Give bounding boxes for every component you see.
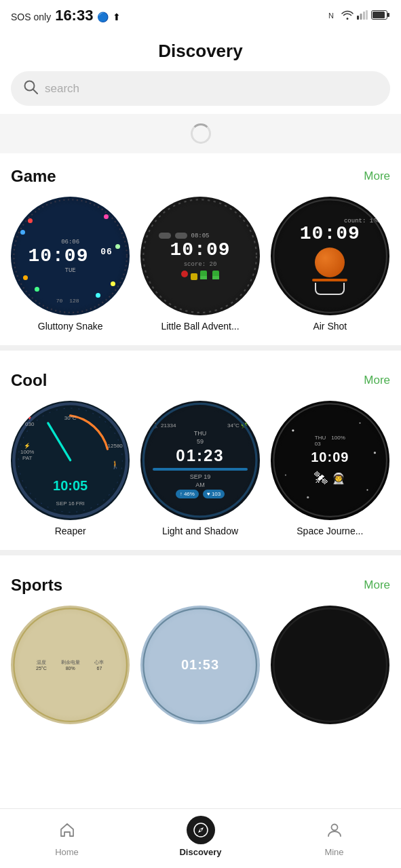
svg-point-12	[273, 199, 387, 313]
svg-point-17	[273, 404, 387, 517]
home-icon	[58, 821, 76, 839]
nav-discovery[interactable]: Discovery	[134, 816, 267, 857]
svg-point-26	[273, 608, 387, 722]
reaper-face-wrap: ♥ 030 ✉ 12580 30°C ⚡ 100% PA	[11, 401, 130, 519]
nav-home-label: Home	[55, 847, 79, 857]
svg-rect-6	[387, 13, 389, 17]
shield-icon: 🔵	[97, 12, 109, 22]
search-bar[interactable]: search	[11, 71, 390, 106]
r-temp: 30°C	[64, 415, 77, 421]
sports-watch-2-image: 01:53	[140, 606, 259, 724]
game-watch-2-image: 08:05 10:09 score: 20	[140, 197, 259, 315]
svg-point-18	[292, 430, 294, 432]
bottom-nav: Home Discovery Mine	[0, 808, 401, 868]
cool-card-3[interactable]: THU 03 100% 10:09 🛰 👨‍🚀 Space Journe...	[271, 401, 389, 536]
game-cards-row: 06:06 10:09 06 TUE 70 128 G	[11, 197, 390, 332]
home-icon-wrap	[53, 816, 81, 844]
r-heart: ♥ 030	[25, 415, 34, 427]
loading-spinner	[191, 123, 211, 144]
nav-home[interactable]: Home	[0, 816, 134, 857]
game-card-1-label: Gluttony Snake	[38, 321, 103, 332]
game-card-3-label: Air Shot	[313, 321, 347, 332]
status-time: 16:33	[55, 7, 93, 24]
nav-mine-label: Mine	[324, 847, 343, 857]
signal-icon	[357, 10, 368, 22]
svg-point-23	[366, 490, 368, 491]
svg-point-28	[199, 829, 202, 831]
search-placeholder: search	[45, 82, 79, 96]
cool-watch-1-image: ♥ 030 ✉ 12580 30°C ⚡ 100% PA	[11, 401, 130, 519]
game-section-title: Game	[11, 167, 56, 186]
svg-point-29	[331, 825, 337, 831]
r-date: SEP 16 FRI	[56, 500, 85, 507]
game-section-header: Game More	[11, 167, 390, 186]
svg-line-15	[48, 423, 71, 460]
status-bar: SOS only 16:33 🔵 ⬆ N	[0, 0, 401, 28]
svg-point-19	[359, 422, 360, 424]
divider-1	[0, 345, 401, 351]
nav-mine[interactable]: Mine	[267, 816, 401, 857]
svg-point-16	[144, 404, 257, 517]
svg-rect-4	[366, 10, 368, 20]
cool-card-3-label: Space Journe...	[297, 526, 363, 536]
cool-card-2-label: Light and Shadow	[162, 526, 238, 536]
sports-section-header: Sports More	[11, 576, 390, 595]
upload-icon: ⬆	[113, 12, 121, 22]
game-section: Game More 06:06 10:09 06	[0, 153, 401, 338]
game-watch-3-image: count: 160 10:09	[271, 197, 389, 315]
cool-more-button[interactable]: More	[364, 374, 390, 387]
sos-text: SOS only	[11, 12, 51, 22]
svg-point-11	[144, 199, 257, 313]
svg-point-10	[14, 199, 127, 313]
nav-discovery-label: Discovery	[179, 847, 221, 857]
svg-rect-1	[357, 16, 359, 20]
r-steps: 12580	[108, 443, 123, 449]
game-watch-1-image: 06:06 10:09 06 TUE 70 128	[11, 197, 130, 315]
svg-point-22	[307, 496, 309, 498]
cool-section-header: Cool More	[11, 371, 390, 390]
sports-cards-row: 温度25°C 剩余电量80% 心率67 01:53	[11, 606, 390, 724]
svg-text:N: N	[328, 12, 334, 20]
sports-more-button[interactable]: More	[364, 578, 390, 592]
cool-section-title: Cool	[11, 371, 47, 390]
sports-watch-1-image: 温度25°C 剩余电量80% 心率67	[11, 606, 130, 724]
svg-line-9	[33, 90, 37, 94]
cool-card-2[interactable]: 🚶 21334 34°C 🌿 THU 59 01:23 SEP 19 AM ↑ …	[140, 401, 259, 536]
wifi-icon	[341, 10, 354, 22]
discovery-icon	[192, 821, 210, 839]
sports-section-title: Sports	[11, 576, 62, 595]
cool-watch-3-image: THU 03 100% 10:09 🛰 👨‍🚀	[271, 401, 389, 519]
svg-point-20	[373, 452, 375, 454]
cool-card-1-label: Reaper	[55, 526, 86, 536]
mine-icon-wrap	[320, 816, 349, 844]
nfc-icon: N	[327, 9, 338, 22]
svg-point-21	[284, 475, 286, 476]
svg-point-25	[144, 608, 257, 722]
content-padding	[0, 731, 401, 785]
sports-watch-3-image	[271, 606, 389, 724]
cool-cards-row: ♥ 030 ✉ 12580 30°C ⚡ 100% PA	[11, 401, 390, 536]
search-icon	[23, 79, 38, 98]
r-walk-icon: 🚶	[111, 460, 120, 469]
status-icons: N	[327, 9, 390, 22]
svg-rect-3	[363, 12, 365, 20]
cool-card-1[interactable]: ♥ 030 ✉ 12580 30°C ⚡ 100% PA	[11, 401, 130, 536]
battery-icon	[371, 10, 390, 22]
game-card-2-label: Little Ball Advent...	[161, 321, 239, 332]
sports-card-3[interactable]	[271, 606, 389, 724]
loading-spinner-area	[0, 114, 401, 153]
game-card-3[interactable]: count: 160 10:09 Air Shot	[271, 197, 389, 332]
game-card-1[interactable]: 06:06 10:09 06 TUE 70 128 G	[11, 197, 130, 332]
discovery-icon-wrap	[187, 816, 215, 844]
svg-point-24	[14, 608, 127, 722]
game-more-button[interactable]: More	[364, 170, 390, 183]
sports-card-2[interactable]: 01:53	[140, 606, 259, 724]
profile-icon	[326, 821, 343, 839]
cool-section: Cool More	[0, 357, 401, 542]
sports-card-1[interactable]: 温度25°C 剩余电量80% 心率67	[11, 606, 130, 724]
r-time: 10:05	[53, 478, 88, 494]
page-title: Discovery	[0, 28, 401, 71]
game-card-2[interactable]: 08:05 10:09 score: 20	[140, 197, 259, 332]
svg-rect-2	[360, 14, 362, 20]
r-battery: ⚡ 100% PAT	[20, 443, 34, 461]
